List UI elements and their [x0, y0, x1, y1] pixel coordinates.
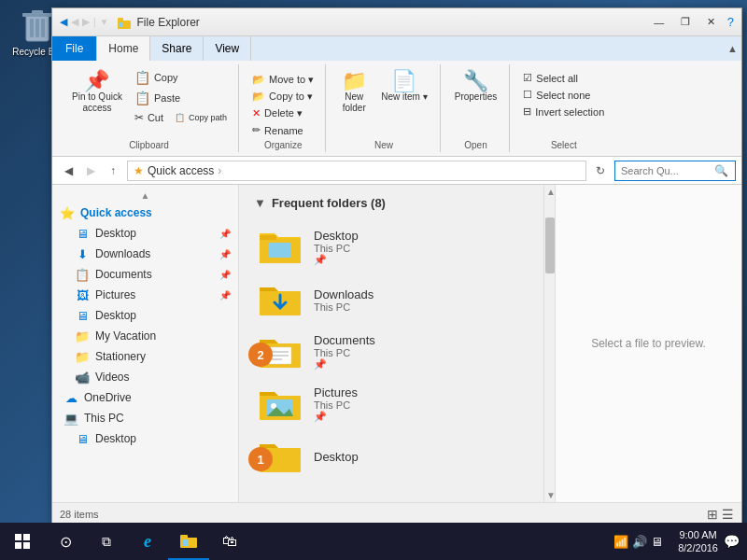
- new-folder-button[interactable]: 📁 Newfolder: [335, 68, 373, 117]
- clipboard-buttons: 📌 Pin to Quickaccess 📋 Copy 📋 Paste: [67, 64, 231, 138]
- badge-circle-2: 1: [248, 447, 273, 471]
- sidebar-item-stationery[interactable]: 📁 Stationery: [52, 346, 238, 367]
- sidebar-stationery-label: Stationery: [95, 350, 146, 363]
- explorer-window: ◀ ◀ ▶ | ▼ File Explorer — ❐ ✕ ?: [51, 7, 742, 525]
- details-view-button[interactable]: ☰: [722, 507, 734, 522]
- sidebar-documents-label: Documents: [95, 268, 152, 281]
- taskbar-clock[interactable]: 9:00 AM 8/2/2016: [678, 528, 718, 555]
- start-button[interactable]: [0, 523, 45, 560]
- list-item[interactable]: Pictures This PC 📌: [247, 378, 536, 430]
- delete-button[interactable]: ✕ Delete ▾: [248, 105, 317, 121]
- new-label: New: [374, 138, 393, 152]
- ribbon-collapse-icon[interactable]: ▲: [727, 43, 738, 54]
- tab-share[interactable]: Share: [150, 36, 204, 61]
- list-item[interactable]: Downloads This PC: [247, 273, 536, 326]
- copy-path-icon: 📋: [175, 113, 185, 122]
- copy-to-label: Copy to ▾: [269, 91, 313, 103]
- documents-folder-info: Documents This PC 📌: [314, 333, 375, 371]
- sidebar-item-my-vacation[interactable]: 📁 My Vacation: [52, 326, 238, 346]
- nav-up-button[interactable]: ↑: [103, 161, 123, 181]
- desktop2-badge: 1: [248, 447, 273, 471]
- rename-button[interactable]: ✏ Rename: [248, 122, 317, 138]
- nav-forward-button[interactable]: ▶: [80, 161, 101, 181]
- search-input[interactable]: [621, 165, 714, 176]
- file-area: ▼ Frequent folders (8): [239, 185, 555, 502]
- documents-icon: 📋: [75, 268, 90, 282]
- list-item[interactable]: 1 Desktop: [247, 430, 536, 483]
- tray-sound-icon[interactable]: 🔊: [632, 535, 647, 549]
- minimize-button[interactable]: —: [647, 13, 671, 32]
- downloads-pin-icon: 📌: [219, 249, 231, 259]
- sidebar-item-downloads[interactable]: ⬇ Downloads 📌: [52, 244, 238, 264]
- window-title: File Explorer: [137, 16, 647, 29]
- cut-button[interactable]: ✂ Cut: [131, 109, 167, 126]
- organize-label: Organize: [264, 138, 303, 152]
- properties-label: Properties: [455, 91, 498, 102]
- taskbar-store[interactable]: 🛍: [209, 523, 250, 560]
- videos-icon: 📹: [75, 371, 90, 385]
- pictures-folder-info: Pictures This PC 📌: [314, 385, 358, 423]
- list-item[interactable]: Desktop This PC 📌: [247, 221, 536, 273]
- invert-selection-button[interactable]: ⊟ Invert selection: [519, 104, 608, 119]
- rename-icon: ✏: [252, 124, 261, 136]
- select-none-button[interactable]: ☐ Select none: [519, 87, 608, 103]
- sidebar-item-videos[interactable]: 📹 Videos: [52, 367, 238, 387]
- collapse-arrow-icon[interactable]: ▼: [254, 196, 266, 210]
- tab-home[interactable]: Home: [97, 36, 150, 61]
- select-buttons: ☑ Select all ☐ Select none ⊟ Invert sele…: [519, 64, 608, 119]
- paste-label: Paste: [154, 92, 180, 104]
- tab-file[interactable]: File: [52, 36, 97, 61]
- sidebar-item-quick-access[interactable]: ⭐ Quick access: [52, 203, 238, 223]
- paste-button[interactable]: 📋 Paste: [131, 89, 231, 107]
- desktop3-icon: 🖥: [75, 432, 90, 446]
- sidebar-item-pictures[interactable]: 🖼 Pictures 📌: [52, 285, 238, 305]
- windows-logo-icon: [15, 534, 30, 549]
- scrollbar-thumb[interactable]: [545, 217, 555, 273]
- nav-back-button[interactable]: ◀: [58, 161, 78, 181]
- search-box[interactable]: 🔍: [614, 161, 736, 181]
- sidebar-quick-access-label: Quick access: [80, 206, 152, 219]
- taskbar-search[interactable]: ⊙: [45, 523, 86, 560]
- search-taskbar-icon: ⊙: [60, 533, 72, 551]
- taskbar-task-view[interactable]: ⧉: [86, 523, 127, 560]
- sidebar-item-desktop-2[interactable]: 🖥 Desktop: [52, 305, 238, 326]
- breadcrumb[interactable]: ★ Quick access ›: [127, 161, 586, 181]
- maximize-button[interactable]: ❐: [673, 13, 698, 32]
- help-icon[interactable]: ?: [727, 15, 734, 29]
- sidebar-item-onedrive[interactable]: ☁ OneDrive: [52, 387, 238, 408]
- copy-path-button[interactable]: 📋 Copy path: [171, 111, 231, 124]
- sidebar-item-desktop-3[interactable]: 🖥 Desktop: [52, 428, 238, 449]
- copy-to-button[interactable]: 📂 Copy to ▾: [248, 89, 317, 105]
- sidebar-pictures-label: Pictures: [95, 288, 135, 301]
- close-button[interactable]: ✕: [699, 13, 724, 32]
- sidebar-item-desktop-1[interactable]: 🖥 Desktop 📌: [52, 223, 238, 244]
- tray-network-icon[interactable]: 📶: [613, 535, 628, 549]
- select-all-button[interactable]: ☑ Select all: [519, 70, 608, 86]
- refresh-button[interactable]: ↻: [590, 161, 611, 181]
- notification-icon[interactable]: 💬: [724, 534, 740, 549]
- pictures-icon: 🖼: [75, 288, 90, 302]
- sidebar-my-vacation-label: My Vacation: [95, 329, 156, 343]
- pictures-folder-svg: [258, 386, 303, 422]
- copy-button[interactable]: 📋 Copy: [131, 68, 231, 87]
- tab-view[interactable]: View: [204, 36, 251, 61]
- new-item-button[interactable]: 📄 New item ▾: [376, 68, 431, 105]
- sidebar-scroll-up[interactable]: ▲: [52, 189, 238, 203]
- taskbar-items: ⊙ ⧉ e 🛍: [45, 523, 250, 560]
- large-icons-view-button[interactable]: ⊞: [707, 507, 718, 522]
- move-to-button[interactable]: 📂 Move to ▾: [248, 72, 317, 88]
- preview-text: Select a file to preview.: [591, 337, 706, 350]
- pin-quick-access-button[interactable]: 📌 Pin to Quickaccess: [67, 68, 127, 117]
- breadcrumb-quickaccess: Quick access: [148, 164, 214, 177]
- taskbar-file-explorer[interactable]: [168, 523, 209, 560]
- file-list-scrollbar[interactable]: ▲ ▼: [543, 185, 555, 502]
- desktop-folder-name: Desktop: [314, 229, 359, 243]
- clipboard-label: Clipboard: [129, 138, 169, 152]
- tray-display-icon[interactable]: 🖥: [651, 535, 663, 549]
- sidebar-item-documents[interactable]: 📋 Documents 📌: [52, 264, 238, 285]
- taskbar-edge[interactable]: e: [127, 523, 168, 560]
- badge-circle: 2: [248, 343, 273, 367]
- list-item[interactable]: 2: [247, 326, 536, 378]
- properties-button[interactable]: 🔧 Properties: [450, 68, 502, 105]
- sidebar-item-this-pc[interactable]: 💻 This PC: [52, 408, 238, 428]
